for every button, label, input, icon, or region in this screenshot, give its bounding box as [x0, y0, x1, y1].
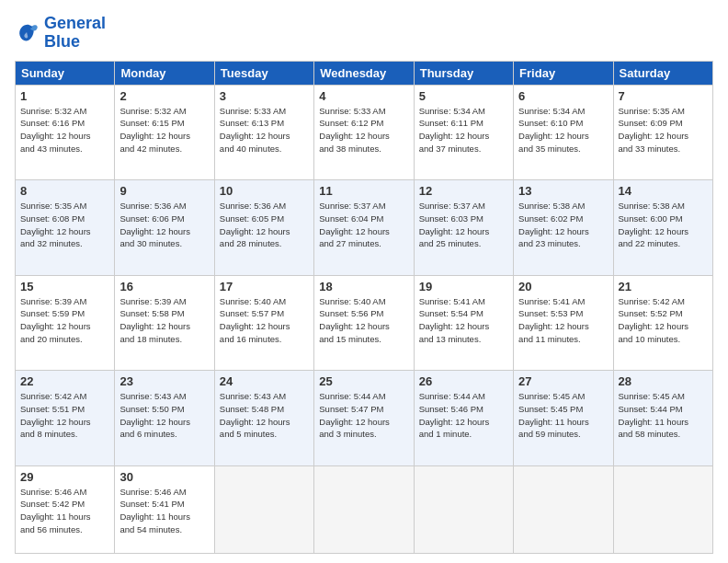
- day-number: 28: [619, 374, 708, 388]
- calendar-col-header: Sunday: [16, 61, 115, 85]
- calendar-body: 1Sunrise: 5:32 AMSunset: 6:16 PMDaylight…: [16, 85, 713, 553]
- day-number: 19: [419, 280, 508, 293]
- calendar-cell: 17Sunrise: 5:40 AMSunset: 5:57 PMDayligh…: [214, 275, 313, 371]
- day-number: 15: [20, 280, 109, 293]
- day-info: Sunrise: 5:38 AMSunset: 6:02 PMDaylight:…: [518, 200, 608, 250]
- day-info: Sunrise: 5:36 AMSunset: 6:06 PMDaylight:…: [119, 200, 209, 250]
- day-info: Sunrise: 5:34 AMSunset: 6:11 PMDaylight:…: [419, 105, 508, 155]
- calendar-cell: 19Sunrise: 5:41 AMSunset: 5:54 PMDayligh…: [414, 275, 513, 371]
- calendar-cell: 2Sunrise: 5:32 AMSunset: 6:15 PMDaylight…: [115, 85, 214, 180]
- calendar-cell: 11Sunrise: 5:37 AMSunset: 6:04 PMDayligh…: [314, 180, 414, 276]
- calendar-cell: 25Sunrise: 5:44 AMSunset: 5:47 PMDayligh…: [314, 371, 414, 466]
- calendar-cell: [214, 465, 313, 553]
- day-number: 17: [220, 280, 309, 293]
- calendar-cell: 22Sunrise: 5:42 AMSunset: 5:51 PMDayligh…: [16, 371, 115, 466]
- day-number: 13: [518, 184, 608, 198]
- day-info: Sunrise: 5:37 AMSunset: 6:03 PMDaylight:…: [419, 200, 508, 250]
- day-info: Sunrise: 5:35 AMSunset: 6:08 PMDaylight:…: [20, 200, 109, 250]
- day-info: Sunrise: 5:44 AMSunset: 5:46 PMDaylight:…: [419, 390, 508, 441]
- day-number: 4: [319, 89, 408, 103]
- day-info: Sunrise: 5:41 AMSunset: 5:53 PMDaylight:…: [518, 295, 608, 346]
- calendar-cell: 5Sunrise: 5:34 AMSunset: 6:11 PMDaylight…: [414, 85, 513, 180]
- day-info: Sunrise: 5:42 AMSunset: 5:52 PMDaylight:…: [619, 295, 708, 346]
- calendar-cell: 28Sunrise: 5:45 AMSunset: 5:44 PMDayligh…: [613, 371, 712, 466]
- day-number: 24: [220, 374, 309, 388]
- calendar-cell: [514, 465, 613, 553]
- calendar-cell: 14Sunrise: 5:38 AMSunset: 6:00 PMDayligh…: [613, 180, 712, 276]
- calendar-col-header: Friday: [514, 61, 613, 85]
- logo-text: General Blue: [44, 15, 106, 52]
- day-number: 11: [319, 184, 408, 198]
- day-info: Sunrise: 5:36 AMSunset: 6:05 PMDaylight:…: [220, 200, 309, 250]
- calendar-cell: 30Sunrise: 5:46 AMSunset: 5:41 PMDayligh…: [115, 465, 214, 553]
- day-info: Sunrise: 5:44 AMSunset: 5:47 PMDaylight:…: [319, 390, 408, 441]
- day-number: 30: [119, 470, 209, 484]
- day-number: 10: [220, 184, 309, 198]
- day-info: Sunrise: 5:42 AMSunset: 5:51 PMDaylight:…: [20, 390, 109, 441]
- calendar-cell: 23Sunrise: 5:43 AMSunset: 5:50 PMDayligh…: [115, 371, 214, 466]
- day-info: Sunrise: 5:32 AMSunset: 6:15 PMDaylight:…: [119, 105, 209, 155]
- day-number: 1: [20, 89, 109, 103]
- calendar-cell: 1Sunrise: 5:32 AMSunset: 6:16 PMDaylight…: [16, 85, 115, 180]
- calendar-col-header: Tuesday: [214, 61, 313, 85]
- calendar-week-row: 15Sunrise: 5:39 AMSunset: 5:59 PMDayligh…: [16, 275, 713, 371]
- calendar-cell: [613, 465, 712, 553]
- day-info: Sunrise: 5:45 AMSunset: 5:44 PMDaylight:…: [619, 390, 708, 441]
- calendar-col-header: Monday: [115, 61, 214, 85]
- day-number: 14: [619, 184, 708, 198]
- calendar-cell: 27Sunrise: 5:45 AMSunset: 5:45 PMDayligh…: [514, 371, 613, 466]
- day-number: 2: [119, 89, 209, 103]
- calendar-week-row: 22Sunrise: 5:42 AMSunset: 5:51 PMDayligh…: [16, 371, 713, 466]
- calendar-cell: 20Sunrise: 5:41 AMSunset: 5:53 PMDayligh…: [514, 275, 613, 371]
- calendar-cell: 12Sunrise: 5:37 AMSunset: 6:03 PMDayligh…: [414, 180, 513, 276]
- day-info: Sunrise: 5:45 AMSunset: 5:45 PMDaylight:…: [518, 390, 608, 441]
- calendar-cell: 15Sunrise: 5:39 AMSunset: 5:59 PMDayligh…: [16, 275, 115, 371]
- calendar-cell: 10Sunrise: 5:36 AMSunset: 6:05 PMDayligh…: [214, 180, 313, 276]
- day-info: Sunrise: 5:39 AMSunset: 5:58 PMDaylight:…: [119, 295, 209, 346]
- day-number: 9: [119, 184, 209, 198]
- day-number: 23: [119, 374, 209, 388]
- day-info: Sunrise: 5:33 AMSunset: 6:12 PMDaylight:…: [319, 105, 408, 155]
- day-number: 3: [220, 89, 309, 103]
- day-number: 8: [20, 184, 109, 198]
- day-number: 25: [319, 374, 408, 388]
- day-number: 7: [619, 89, 708, 103]
- calendar-week-row: 8Sunrise: 5:35 AMSunset: 6:08 PMDaylight…: [16, 180, 713, 276]
- calendar-cell: 29Sunrise: 5:46 AMSunset: 5:42 PMDayligh…: [16, 465, 115, 553]
- day-info: Sunrise: 5:34 AMSunset: 6:10 PMDaylight:…: [518, 105, 608, 155]
- day-number: 18: [319, 280, 408, 293]
- day-info: Sunrise: 5:43 AMSunset: 5:48 PMDaylight:…: [220, 390, 309, 441]
- calendar-cell: 21Sunrise: 5:42 AMSunset: 5:52 PMDayligh…: [613, 275, 712, 371]
- calendar-cell: 9Sunrise: 5:36 AMSunset: 6:06 PMDaylight…: [115, 180, 214, 276]
- calendar-cell: [314, 465, 414, 553]
- calendar-cell: [414, 465, 513, 553]
- day-info: Sunrise: 5:46 AMSunset: 5:41 PMDaylight:…: [119, 486, 209, 536]
- calendar-cell: 4Sunrise: 5:33 AMSunset: 6:12 PMDaylight…: [314, 85, 414, 180]
- day-number: 6: [518, 89, 608, 103]
- day-number: 22: [20, 374, 109, 388]
- day-number: 21: [619, 280, 708, 293]
- calendar-cell: 24Sunrise: 5:43 AMSunset: 5:48 PMDayligh…: [214, 371, 313, 466]
- day-number: 12: [419, 184, 508, 198]
- day-info: Sunrise: 5:38 AMSunset: 6:00 PMDaylight:…: [619, 200, 708, 250]
- calendar-week-row: 1Sunrise: 5:32 AMSunset: 6:16 PMDaylight…: [16, 85, 713, 180]
- day-info: Sunrise: 5:40 AMSunset: 5:57 PMDaylight:…: [220, 295, 309, 346]
- day-info: Sunrise: 5:39 AMSunset: 5:59 PMDaylight:…: [20, 295, 109, 346]
- calendar-cell: 18Sunrise: 5:40 AMSunset: 5:56 PMDayligh…: [314, 275, 414, 371]
- calendar-cell: 16Sunrise: 5:39 AMSunset: 5:58 PMDayligh…: [115, 275, 214, 371]
- day-number: 20: [518, 280, 608, 293]
- calendar-table: SundayMondayTuesdayWednesdayThursdayFrid…: [15, 61, 713, 554]
- calendar-cell: 8Sunrise: 5:35 AMSunset: 6:08 PMDaylight…: [16, 180, 115, 276]
- day-info: Sunrise: 5:41 AMSunset: 5:54 PMDaylight:…: [419, 295, 508, 346]
- calendar-col-header: Saturday: [613, 61, 712, 85]
- header: General Blue: [15, 15, 713, 52]
- calendar-cell: 7Sunrise: 5:35 AMSunset: 6:09 PMDaylight…: [613, 85, 712, 180]
- page: General Blue SundayMondayTuesdayWednesda…: [0, 0, 728, 563]
- day-info: Sunrise: 5:35 AMSunset: 6:09 PMDaylight:…: [619, 105, 708, 155]
- calendar-col-header: Wednesday: [314, 61, 414, 85]
- day-info: Sunrise: 5:40 AMSunset: 5:56 PMDaylight:…: [319, 295, 408, 346]
- calendar-cell: 13Sunrise: 5:38 AMSunset: 6:02 PMDayligh…: [514, 180, 613, 276]
- calendar-cell: 26Sunrise: 5:44 AMSunset: 5:46 PMDayligh…: [414, 371, 513, 466]
- day-number: 16: [119, 280, 209, 293]
- day-info: Sunrise: 5:37 AMSunset: 6:04 PMDaylight:…: [319, 200, 408, 250]
